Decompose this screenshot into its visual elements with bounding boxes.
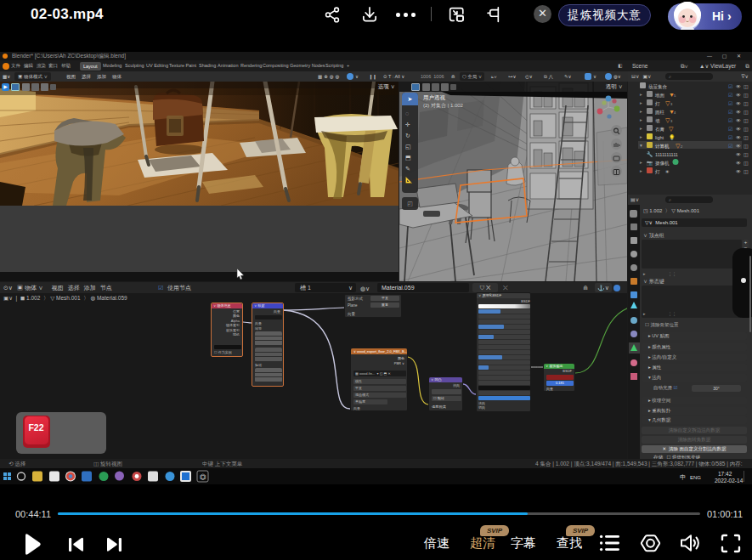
svg-text:1111111111: 1111111111 bbox=[655, 152, 678, 157]
svg-text:👁: 👁 bbox=[736, 144, 741, 149]
svg-text:▽: ▽ bbox=[669, 126, 674, 132]
svg-text:▸: ▸ bbox=[640, 100, 642, 105]
svg-text:灯: 灯 bbox=[655, 169, 660, 175]
svg-text:17:42: 17:42 bbox=[718, 471, 732, 477]
svg-text:3: 3 bbox=[670, 102, 673, 106]
svg-text:☀: ☀ bbox=[665, 169, 670, 174]
svg-text:▸: ▸ bbox=[640, 160, 642, 165]
svg-text:⏣: ⏣ bbox=[200, 472, 206, 481]
svg-text:中: 中 bbox=[680, 474, 686, 480]
svg-text:2022-02-14: 2022-02-14 bbox=[715, 478, 744, 484]
svg-text:场景集合: 场景集合 bbox=[648, 84, 668, 90]
svg-text:◫: ◫ bbox=[744, 144, 749, 149]
svg-text:▸: ▸ bbox=[640, 168, 642, 173]
svg-text:👁: 👁 bbox=[736, 118, 741, 123]
svg-text:📷: 📷 bbox=[647, 160, 653, 167]
svg-text:▸: ▸ bbox=[640, 134, 642, 139]
svg-text:◫: ◫ bbox=[744, 169, 749, 174]
svg-text:5: 5 bbox=[674, 93, 676, 98]
svg-text:石膏: 石膏 bbox=[655, 127, 665, 133]
svg-text:☑: ☑ bbox=[728, 135, 732, 140]
svg-text:◫: ◫ bbox=[744, 118, 749, 123]
svg-text:light: light bbox=[655, 135, 664, 140]
svg-text:墙: 墙 bbox=[655, 118, 660, 123]
svg-text:👁: 👁 bbox=[736, 127, 741, 132]
svg-text:◫: ◫ bbox=[744, 101, 749, 106]
svg-text:4: 4 bbox=[674, 110, 676, 115]
svg-text:▸: ▸ bbox=[640, 109, 642, 114]
svg-text:▸: ▸ bbox=[640, 92, 642, 97]
svg-text:👁: 👁 bbox=[736, 84, 741, 89]
svg-text:🔧: 🔧 bbox=[647, 151, 653, 158]
svg-text:👁: 👁 bbox=[736, 93, 741, 98]
svg-text:圆柱: 圆柱 bbox=[655, 110, 665, 116]
svg-text:👁: 👁 bbox=[736, 101, 741, 106]
svg-text:👁: 👁 bbox=[736, 161, 741, 166]
svg-text:☑: ☑ bbox=[728, 101, 732, 106]
svg-text:☑: ☑ bbox=[728, 127, 732, 132]
svg-text:👁: 👁 bbox=[736, 152, 741, 157]
svg-text:地面: 地面 bbox=[654, 93, 665, 99]
svg-text:◫: ◫ bbox=[744, 93, 749, 98]
svg-text:ENG: ENG bbox=[690, 475, 701, 480]
svg-text:👁: 👁 bbox=[736, 135, 741, 140]
svg-text:☑: ☑ bbox=[728, 144, 732, 149]
svg-text:摄像机: 摄像机 bbox=[655, 161, 670, 167]
svg-text:▸: ▸ bbox=[640, 126, 642, 131]
svg-text:3: 3 bbox=[670, 119, 673, 123]
svg-text:👁: 👁 bbox=[736, 110, 741, 115]
svg-text:👁: 👁 bbox=[736, 169, 741, 174]
svg-text:◫: ◫ bbox=[744, 84, 749, 89]
svg-text:☑: ☑ bbox=[728, 93, 732, 98]
svg-text:☑: ☑ bbox=[728, 110, 732, 115]
svg-text:◫: ◫ bbox=[744, 152, 749, 157]
svg-text:灯: 灯 bbox=[655, 101, 660, 107]
svg-text:计算机: 计算机 bbox=[655, 144, 670, 150]
svg-text:◫: ◫ bbox=[744, 110, 749, 115]
svg-text:💡: 💡 bbox=[669, 134, 676, 141]
svg-text:◫: ◫ bbox=[744, 127, 749, 132]
svg-text:◫: ◫ bbox=[744, 161, 749, 166]
svg-text:▾: ▾ bbox=[640, 143, 642, 148]
svg-text:☑: ☑ bbox=[728, 118, 732, 123]
svg-text:◫: ◫ bbox=[744, 135, 749, 140]
svg-text:☑: ☑ bbox=[728, 84, 732, 89]
svg-text:▸: ▸ bbox=[640, 117, 642, 122]
